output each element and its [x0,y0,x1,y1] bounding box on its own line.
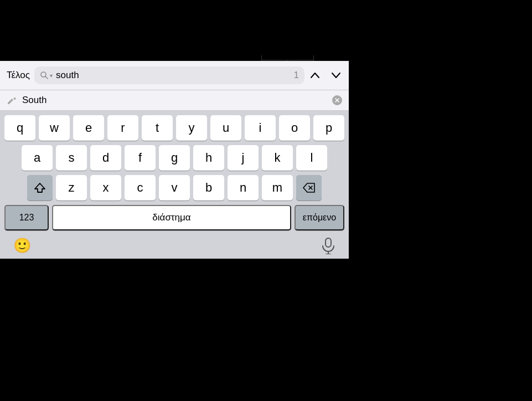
space-label: διάστημα [152,212,190,223]
numbers-label: 123 [19,213,34,223]
search-text-value: south [56,70,291,81]
delete-icon [302,182,316,193]
key-o[interactable]: o [279,115,310,141]
key-z[interactable]: z [56,175,87,200]
key-q[interactable]: q [4,115,35,141]
keyboard-row-1: q w e r t y u i o p [2,115,347,141]
mic-button[interactable] [321,238,335,254]
keyboard-panel: Τέλος ▾ south 1 [0,61,349,259]
emoji-mic-row: 🙂 [2,233,347,256]
shift-icon [34,182,46,194]
replace-input-box: South [22,95,327,106]
keyboard-row-3: z x c v b n m [2,175,347,200]
mic-icon [321,238,335,254]
svg-marker-5 [35,183,45,192]
done-button[interactable]: Τέλος [7,70,30,81]
key-s[interactable]: s [56,145,87,171]
keyboard-row-2: a s d f g h j k l [2,145,347,171]
search-bar-row: Τέλος ▾ south 1 [0,61,349,90]
key-t[interactable]: t [142,115,173,141]
prev-result-button[interactable] [309,69,321,81]
clear-icon [332,95,342,105]
space-button[interactable]: διάστημα [52,205,291,230]
nav-buttons [309,69,342,81]
key-i[interactable]: i [245,115,276,141]
search-dropdown-chevron[interactable]: ▾ [50,73,53,79]
key-e[interactable]: e [73,115,104,141]
key-g[interactable]: g [159,145,190,171]
key-h[interactable]: h [193,145,224,171]
search-input-box: ▾ south 1 [34,66,304,84]
emoji-icon: 🙂 [13,237,31,254]
replace-text-value: South [22,95,327,106]
key-f[interactable]: f [125,145,156,171]
key-c[interactable]: c [125,175,156,200]
shift-button[interactable] [27,175,53,200]
emoji-button[interactable]: 🙂 [13,237,31,254]
key-r[interactable]: r [107,115,138,141]
next-result-button[interactable] [330,69,342,81]
key-j[interactable]: j [228,145,259,171]
search-icon-wrap: ▾ [40,71,53,80]
key-y[interactable]: y [176,115,207,141]
svg-rect-8 [326,238,331,247]
keyboard-bottom-row: 123 διάστημα επόμενο [2,205,347,233]
clear-replace-button[interactable] [332,95,342,105]
annotation-line-right-tick [313,55,314,61]
numbers-button[interactable]: 123 [4,205,49,230]
key-w[interactable]: w [39,115,70,141]
search-result-count: 1 [294,70,299,81]
key-v[interactable]: v [159,175,190,200]
next-label: επόμενο [303,213,336,223]
next-button[interactable]: επόμενο [295,205,344,230]
annotation-line-left-tick [261,55,262,61]
key-x[interactable]: x [90,175,121,200]
key-k[interactable]: k [262,145,293,171]
svg-line-1 [45,76,48,79]
delete-button[interactable] [296,175,322,200]
key-m[interactable]: m [262,175,293,200]
key-d[interactable]: d [90,145,121,171]
key-b[interactable]: b [193,175,224,200]
key-u[interactable]: u [210,115,241,141]
key-l[interactable]: l [296,145,327,171]
search-icon [40,71,49,80]
chevron-up-icon [309,69,321,81]
key-p[interactable]: p [313,115,344,141]
chevron-down-icon [330,69,342,81]
replace-row: South [0,90,349,111]
keyboard-area: q w e r t y u i o p a s d f g h j k l [0,111,349,259]
key-a[interactable]: a [22,145,53,171]
key-n[interactable]: n [228,175,259,200]
pencil-icon [7,95,17,105]
